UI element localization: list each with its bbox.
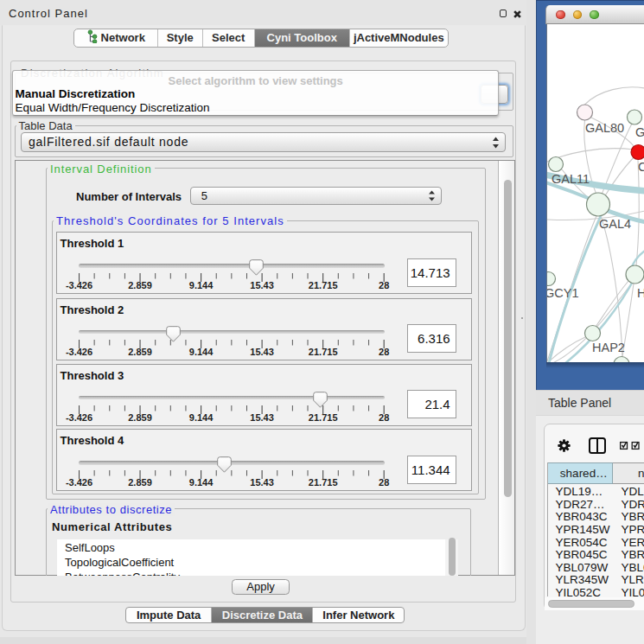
svg-text:GA: GA <box>635 125 644 139</box>
svg-text:H: H <box>637 286 644 300</box>
svg-text:GAL80: GAL80 <box>585 120 624 134</box>
svg-text:HAP2: HAP2 <box>592 341 625 354</box>
svg-text:GAL4: GAL4 <box>599 217 631 231</box>
svg-text:GAL11: GAL11 <box>552 172 590 186</box>
svg-text:GCY1: GCY1 <box>547 286 579 300</box>
svg-text:C: C <box>638 160 644 174</box>
